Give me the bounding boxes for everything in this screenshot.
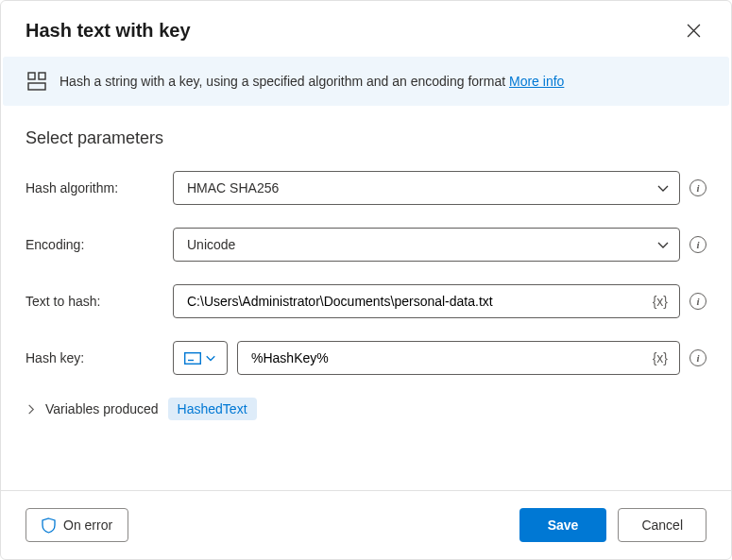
svg-rect-1	[39, 73, 45, 79]
close-icon	[687, 24, 701, 38]
shield-icon	[42, 518, 56, 534]
dialog-footer: On error Save Cancel	[1, 490, 731, 559]
text-to-hash-row: Text to hash: {x} i	[26, 284, 706, 318]
text-to-hash-label: Text to hash:	[26, 294, 173, 309]
encoding-info-icon[interactable]: i	[689, 236, 706, 253]
footer-actions: Save Cancel	[519, 508, 706, 542]
text-to-hash-input-wrap: {x}	[173, 284, 680, 318]
hash-key-mode-selector[interactable]	[173, 341, 228, 375]
on-error-label: On error	[63, 518, 112, 533]
hash-key-info-icon[interactable]: i	[689, 349, 706, 366]
hash-key-row: Hash key: {x} i	[26, 341, 706, 375]
encoding-label: Encoding:	[26, 237, 173, 252]
section-title: Select parameters	[26, 128, 706, 148]
close-button[interactable]	[681, 18, 706, 43]
hash-algorithm-row: Hash algorithm: HMAC SHA256 i	[26, 171, 706, 205]
variables-produced-row[interactable]: Variables produced HashedText	[26, 398, 706, 420]
on-error-button[interactable]: On error	[26, 508, 128, 542]
encoding-row: Encoding: Unicode i	[26, 228, 706, 262]
variable-chip[interactable]: HashedText	[168, 398, 257, 420]
action-icon	[27, 72, 46, 91]
hash-key-input-wrap: {x}	[237, 341, 680, 375]
svg-rect-0	[28, 73, 35, 79]
chevron-down-icon	[205, 352, 216, 364]
dialog-body: Select parameters Hash algorithm: HMAC S…	[1, 106, 731, 490]
input-mode-icon	[184, 352, 201, 365]
dialog-title: Hash text with key	[26, 20, 191, 42]
save-button[interactable]: Save	[519, 508, 607, 542]
info-banner-text: Hash a string with a key, using a specif…	[60, 74, 564, 89]
cancel-button[interactable]: Cancel	[618, 508, 706, 542]
text-to-hash-var-button[interactable]: {x}	[649, 292, 672, 311]
svg-rect-3	[185, 352, 201, 364]
hash-key-label: Hash key:	[26, 350, 173, 365]
encoding-value: Unicode	[187, 237, 235, 252]
chevron-down-icon	[656, 238, 670, 251]
hash-algorithm-dropdown[interactable]: HMAC SHA256	[173, 171, 680, 205]
hash-algorithm-info-icon[interactable]: i	[689, 179, 706, 196]
text-to-hash-input[interactable]	[187, 294, 649, 309]
hash-key-var-button[interactable]: {x}	[649, 348, 672, 367]
hash-algorithm-label: Hash algorithm:	[26, 180, 173, 195]
info-banner-desc: Hash a string with a key, using a specif…	[60, 74, 509, 89]
hash-algorithm-value: HMAC SHA256	[187, 180, 279, 195]
svg-rect-2	[28, 83, 45, 90]
chevron-right-icon	[26, 404, 36, 415]
text-to-hash-info-icon[interactable]: i	[689, 293, 706, 310]
hash-key-input[interactable]	[251, 350, 649, 365]
dialog: Hash text with key Hash a string with a …	[0, 0, 732, 560]
encoding-dropdown[interactable]: Unicode	[173, 228, 680, 262]
dialog-header: Hash text with key	[1, 1, 731, 57]
chevron-down-icon	[656, 181, 670, 195]
more-info-link[interactable]: More info	[509, 74, 564, 89]
variables-produced-label: Variables produced	[45, 401, 159, 416]
info-banner: Hash a string with a key, using a specif…	[3, 57, 729, 106]
